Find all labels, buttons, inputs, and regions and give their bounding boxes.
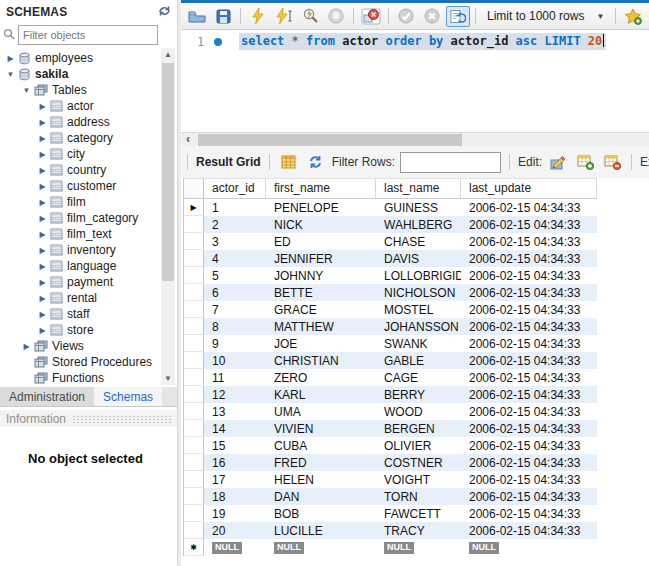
grid-cell[interactable]: NULL <box>204 539 266 556</box>
grid-cell[interactable]: KARL <box>266 386 376 403</box>
scrollbar-thumb[interactable] <box>198 134 462 146</box>
grid-cell[interactable]: NULL <box>461 539 597 556</box>
grid-cell[interactable]: WOOD <box>376 403 461 420</box>
table-row[interactable]: 19BOBFAWCETT2006-02-15 04:34:33 <box>184 505 597 522</box>
row-selector[interactable] <box>184 216 204 233</box>
table-row[interactable]: 10CHRISTIANGABLE2006-02-15 04:34:33 <box>184 352 597 369</box>
execute-current-statement-button[interactable] <box>272 6 296 27</box>
insert-row-icon[interactable] <box>574 152 596 172</box>
grid-cell[interactable]: VIVIEN <box>266 420 376 437</box>
row-selector[interactable] <box>184 522 204 539</box>
tree-item-tables[interactable]: ▼Tables <box>0 82 161 98</box>
row-selector[interactable] <box>184 369 204 386</box>
expand-arrow-icon[interactable]: ▶ <box>36 198 49 207</box>
grid-cell[interactable]: 2006-02-15 04:34:33 <box>461 284 597 301</box>
save-script-button[interactable] <box>211 6 235 27</box>
row-selector[interactable] <box>184 471 204 488</box>
grid-cell[interactable]: CHASE <box>376 233 461 250</box>
grid-cell[interactable]: TRACY <box>376 522 461 539</box>
column-header-first_name[interactable]: first_name <box>266 179 376 198</box>
table-row[interactable]: 14VIVIENBERGEN2006-02-15 04:34:33 <box>184 420 597 437</box>
grid-cell[interactable]: 2006-02-15 04:34:33 <box>461 505 597 522</box>
grid-cell[interactable]: 10 <box>204 352 266 369</box>
limit-rows-dropdown[interactable]: Limit to 1000 rows ▼ <box>481 7 610 25</box>
expand-arrow-icon[interactable]: ▶ <box>4 54 17 63</box>
grid-cell[interactable]: 18 <box>204 488 266 505</box>
row-selector[interactable] <box>184 386 204 403</box>
current-row-indicator[interactable]: ▶ <box>184 199 204 216</box>
table-row[interactable]: 13UMAWOOD2006-02-15 04:34:33 <box>184 403 597 420</box>
new-snippet-button[interactable] <box>621 6 645 27</box>
tab-schemas[interactable]: Schemas <box>94 387 162 406</box>
grid-cell[interactable]: 2006-02-15 04:34:33 <box>461 352 597 369</box>
row-selector[interactable] <box>184 420 204 437</box>
table-row[interactable]: 5JOHNNYLOLLOBRIGIDA2006-02-15 04:34:33 <box>184 267 597 284</box>
tree-item-film[interactable]: ▶film <box>0 194 161 210</box>
grid-cell[interactable]: DAN <box>266 488 376 505</box>
tree-item-store[interactable]: ▶store <box>0 322 161 338</box>
grid-cell[interactable]: CHRISTIAN <box>266 352 376 369</box>
grid-cell[interactable]: 9 <box>204 335 266 352</box>
tree-item-country[interactable]: ▶country <box>0 162 161 178</box>
rollback-button[interactable] <box>420 6 444 27</box>
grid-cell[interactable]: COSTNER <box>376 454 461 471</box>
grid-cell[interactable]: FAWCETT <box>376 505 461 522</box>
table-row[interactable]: 3EDCHASE2006-02-15 04:34:33 <box>184 233 597 250</box>
tree-item-rental[interactable]: ▶rental <box>0 290 161 306</box>
grid-cell[interactable]: 12 <box>204 386 266 403</box>
sql-code-editor[interactable]: 1 select * from actor order by actor_id … <box>181 30 649 132</box>
tree-item-customer[interactable]: ▶customer <box>0 178 161 194</box>
row-selector[interactable] <box>184 335 204 352</box>
grid-cell[interactable]: 17 <box>204 471 266 488</box>
toggle-autocommit-button[interactable] <box>446 6 470 27</box>
execute-button[interactable] <box>246 6 270 27</box>
grid-cell[interactable]: 2006-02-15 04:34:33 <box>461 318 597 335</box>
grid-cell[interactable]: 2 <box>204 216 266 233</box>
grid-cell[interactable]: JOHANSSON <box>376 318 461 335</box>
table-row[interactable]: 4JENNIFERDAVIS2006-02-15 04:34:33 <box>184 250 597 267</box>
grid-cell[interactable]: 14 <box>204 420 266 437</box>
expand-arrow-icon[interactable]: ▶ <box>36 246 49 255</box>
tree-item-address[interactable]: ▶address <box>0 114 161 130</box>
filter-rows-input[interactable] <box>400 152 501 173</box>
grid-cell[interactable]: JOHNNY <box>266 267 376 284</box>
grid-cell[interactable]: DAVIS <box>376 250 461 267</box>
tree-item-film-text[interactable]: ▶film_text <box>0 226 161 242</box>
new-row-placeholder[interactable]: ✱NULLNULLNULLNULL <box>184 539 597 556</box>
grid-cell[interactable]: ED <box>266 233 376 250</box>
export-import-label[interactable]: Export/Imp <box>640 155 649 169</box>
tree-item-employees[interactable]: ▶employees <box>0 50 161 66</box>
expand-arrow-icon[interactable]: ▶ <box>36 310 49 319</box>
grid-cell[interactable]: 15 <box>204 437 266 454</box>
tree-item-actor[interactable]: ▶actor <box>0 98 161 114</box>
table-row[interactable]: 18DANTORN2006-02-15 04:34:33 <box>184 488 597 505</box>
toggle-stop-on-error-button[interactable] <box>359 6 383 27</box>
commit-button[interactable] <box>394 6 418 27</box>
grid-cell[interactable]: 2006-02-15 04:34:33 <box>461 403 597 420</box>
grid-cell[interactable]: BETTE <box>266 284 376 301</box>
tree-item-sakila[interactable]: ▼sakila <box>0 66 161 82</box>
tree-scrollbar[interactable]: ▲ ▼ <box>161 48 175 385</box>
grid-cell[interactable]: NULL <box>266 539 376 556</box>
expand-arrow-icon[interactable]: ▶ <box>36 294 49 303</box>
tree-item-category[interactable]: ▶category <box>0 130 161 146</box>
grid-cell[interactable]: 2006-02-15 04:34:33 <box>461 233 597 250</box>
grid-cell[interactable]: 2006-02-15 04:34:33 <box>461 454 597 471</box>
grid-cell[interactable]: JENNIFER <box>266 250 376 267</box>
tree-item-inventory[interactable]: ▶inventory <box>0 242 161 258</box>
refresh-results-icon[interactable] <box>305 152 327 172</box>
grid-cell[interactable]: 3 <box>204 233 266 250</box>
expand-arrow-icon[interactable]: ▶ <box>36 182 49 191</box>
scroll-left-icon[interactable]: ‹ <box>186 132 190 146</box>
row-selector[interactable] <box>184 301 204 318</box>
grid-cell[interactable]: GRACE <box>266 301 376 318</box>
grid-cell[interactable]: TORN <box>376 488 461 505</box>
grid-cell[interactable]: 19 <box>204 505 266 522</box>
grid-cell[interactable]: 2006-02-15 04:34:33 <box>461 471 597 488</box>
tree-item-city[interactable]: ▶city <box>0 146 161 162</box>
expand-arrow-icon[interactable]: ▶ <box>36 278 49 287</box>
grid-cell[interactable]: 6 <box>204 284 266 301</box>
edit-record-icon[interactable] <box>547 152 569 172</box>
table-row[interactable]: 6BETTENICHOLSON2006-02-15 04:34:33 <box>184 284 597 301</box>
grid-cell[interactable]: BOB <box>266 505 376 522</box>
